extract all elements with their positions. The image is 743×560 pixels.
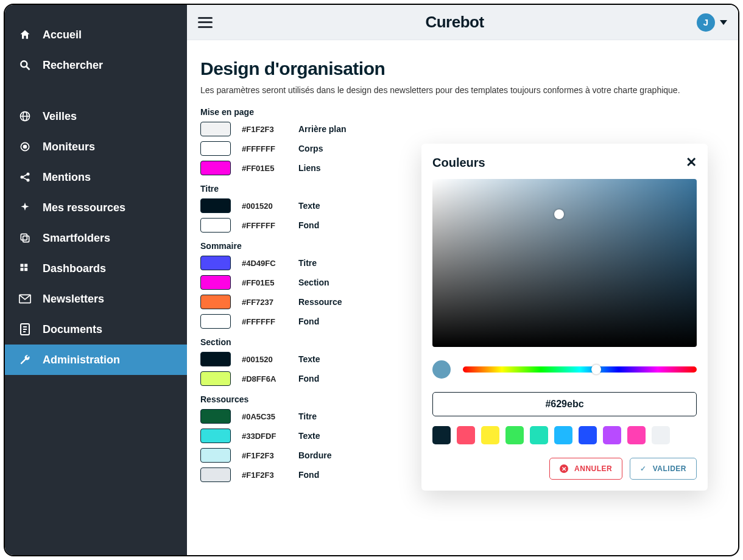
- home-icon: [18, 28, 32, 41]
- color-swatch[interactable]: [200, 198, 231, 213]
- color-swatch[interactable]: [200, 161, 231, 175]
- target-icon: [18, 140, 32, 153]
- color-row: #F1F2F3Arrière plan: [200, 122, 725, 136]
- nav-label: Accueil: [43, 29, 82, 41]
- color-label: Fond: [298, 374, 319, 383]
- nav-label: Rechercher: [43, 59, 103, 72]
- color-swatch[interactable]: [200, 256, 231, 270]
- color-swatch[interactable]: [200, 141, 231, 156]
- color-swatch[interactable]: [200, 467, 231, 482]
- hue-thumb[interactable]: [591, 365, 601, 374]
- nav-search[interactable]: Rechercher: [5, 50, 187, 80]
- main-area: Curebot J Design d'organisation Les para…: [187, 5, 738, 555]
- nav-mentions[interactable]: Mentions: [5, 162, 187, 192]
- color-label: Titre: [298, 258, 317, 268]
- mail-icon: [18, 292, 32, 306]
- preset-swatch[interactable]: [554, 426, 572, 444]
- page-subtitle: Les paramètres seront utilisés dans le d…: [200, 85, 725, 95]
- cancel-button[interactable]: ✕ ANNULER: [549, 458, 622, 480]
- color-swatch[interactable]: [200, 218, 231, 233]
- color-label: Fond: [298, 220, 319, 230]
- nav-label: Mentions: [43, 171, 91, 184]
- preset-swatch[interactable]: [530, 426, 548, 444]
- color-swatch[interactable]: [200, 429, 231, 443]
- color-preview: [432, 360, 451, 379]
- hue-row: [432, 360, 697, 379]
- color-label: Ressource: [298, 297, 342, 307]
- app-frame: Accueil Rechercher Veilles Monit: [4, 4, 739, 556]
- sv-cursor[interactable]: [554, 209, 564, 219]
- nav-separator: [5, 84, 187, 97]
- menu-toggle[interactable]: [198, 17, 213, 28]
- nav-resources[interactable]: Mes ressources: [5, 192, 187, 223]
- preset-swatch[interactable]: [481, 426, 499, 444]
- color-swatch[interactable]: [200, 314, 231, 329]
- picker-title: Couleurs: [432, 156, 485, 170]
- color-swatch[interactable]: [200, 352, 231, 366]
- preset-swatch[interactable]: [505, 426, 524, 444]
- grid-icon: [18, 262, 32, 275]
- hex-value: #001520: [242, 355, 287, 364]
- color-swatch[interactable]: [200, 448, 231, 463]
- svg-rect-14: [21, 268, 24, 271]
- nav-documents[interactable]: Documents: [5, 314, 187, 345]
- hex-value: #F1F2F3: [242, 451, 287, 460]
- hex-value: #33DFDF: [242, 432, 287, 441]
- nav-dashboards[interactable]: Dashboards: [5, 253, 187, 284]
- validate-button[interactable]: ✓ VALIDER: [630, 458, 697, 480]
- hex-value: #FF01E5: [242, 278, 287, 287]
- color-swatch[interactable]: [200, 122, 231, 136]
- close-icon[interactable]: ✕: [686, 155, 697, 170]
- svg-rect-13: [24, 264, 27, 267]
- avatar: J: [697, 13, 715, 32]
- nav-veilles[interactable]: Veilles: [5, 101, 187, 131]
- sidebar: Accueil Rechercher Veilles Monit: [5, 5, 187, 555]
- nav-newsletters[interactable]: Newsletters: [5, 284, 187, 314]
- preset-swatch[interactable]: [457, 426, 475, 444]
- color-label: Corps: [298, 144, 323, 153]
- svg-point-6: [24, 145, 27, 149]
- nav-moniteurs[interactable]: Moniteurs: [5, 131, 187, 162]
- nav-label: Documents: [43, 323, 102, 336]
- wrench-icon: [18, 353, 32, 366]
- color-swatch[interactable]: [200, 295, 231, 309]
- cancel-label: ANNULER: [574, 464, 612, 473]
- group-title: Mise en page: [200, 107, 725, 117]
- preset-swatch[interactable]: [603, 426, 621, 444]
- nav-label: Dashboards: [43, 262, 106, 275]
- color-label: Fond: [298, 470, 319, 480]
- color-label: Section: [298, 278, 329, 287]
- cancel-icon: ✕: [560, 464, 568, 473]
- nav-home[interactable]: Accueil: [5, 19, 187, 50]
- topbar: Curebot J: [187, 5, 738, 40]
- color-label: Arrière plan: [298, 124, 347, 134]
- nav-label: Moniteurs: [43, 141, 95, 153]
- saturation-value-panel[interactable]: [432, 179, 697, 347]
- nav-primary: Accueil Rechercher: [5, 16, 187, 84]
- preset-swatch[interactable]: [579, 426, 597, 444]
- share-icon: [18, 170, 32, 184]
- nav-administration[interactable]: Administration: [5, 345, 187, 375]
- hex-value: #FFFFFF: [242, 221, 287, 230]
- color-label: Texte: [298, 201, 320, 211]
- preset-swatch[interactable]: [652, 426, 670, 444]
- color-label: Bordure: [298, 450, 331, 460]
- preset-swatch[interactable]: [627, 426, 646, 444]
- hex-value: #F1F2F3: [242, 471, 287, 480]
- nav-label: Veilles: [43, 110, 77, 123]
- check-icon: ✓: [640, 464, 647, 473]
- user-menu[interactable]: J: [697, 13, 727, 32]
- color-swatch[interactable]: [200, 409, 231, 424]
- hex-value: #001520: [242, 201, 287, 211]
- color-swatch[interactable]: [200, 371, 231, 386]
- color-label: Texte: [298, 431, 320, 441]
- hue-slider[interactable]: [463, 366, 697, 373]
- color-label: Fond: [298, 317, 319, 326]
- color-swatch[interactable]: [200, 275, 231, 290]
- preset-swatch[interactable]: [432, 426, 451, 444]
- hex-value: #FFFFFF: [242, 144, 287, 153]
- nav-smartfolders[interactable]: Smartfolders: [5, 223, 187, 253]
- hex-input[interactable]: [432, 392, 697, 416]
- page-title: Design d'organisation: [200, 58, 725, 79]
- color-label: Liens: [298, 163, 321, 173]
